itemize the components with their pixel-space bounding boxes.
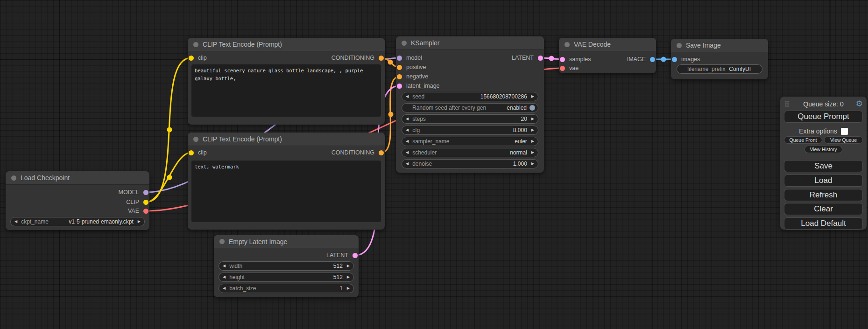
input-images[interactable]: images <box>671 55 700 64</box>
input-samples[interactable]: samples <box>559 55 591 64</box>
latent-port-icon[interactable] <box>560 57 565 62</box>
vae-port-icon[interactable] <box>560 66 565 71</box>
node-ksampler[interactable]: KSampler model positive negative latent_… <box>396 36 544 173</box>
scheduler-widget[interactable]: ◀ scheduler normal ▶ <box>402 148 538 157</box>
widget-prev-icon[interactable]: ◀ <box>223 275 226 279</box>
ckpt-name-widget[interactable]: ◀ ckpt_name v1-5-pruned-emaonly.ckpt ▶ <box>10 217 145 226</box>
output-image[interactable]: IMAGE <box>627 55 656 64</box>
positive-prompt-textarea[interactable]: beautiful scenery nature glass bottle la… <box>191 64 381 117</box>
widget-prev-icon[interactable]: ◀ <box>406 151 409 154</box>
conditioning-port-icon[interactable] <box>379 150 384 155</box>
widget-next-icon[interactable]: ▶ <box>347 287 350 290</box>
output-model[interactable]: MODEL <box>119 188 149 197</box>
refresh-button[interactable]: Refresh <box>784 189 863 201</box>
node-save-image[interactable]: Save Image images filename_prefix ComfyU… <box>671 39 768 79</box>
widget-next-icon[interactable]: ▶ <box>531 128 534 132</box>
input-vae[interactable]: vae <box>559 63 579 73</box>
input-positive[interactable]: positive <box>396 63 426 72</box>
widget-prev-icon[interactable]: ◀ <box>406 95 409 98</box>
node-title-bar[interactable]: VAE Decode <box>559 38 656 51</box>
clip-port-icon[interactable] <box>189 150 194 155</box>
clear-button[interactable]: Clear <box>784 203 863 215</box>
widget-next-icon[interactable]: ▶ <box>531 151 534 154</box>
node-load-checkpoint[interactable]: Load Checkpoint MODEL CLIP VAE ◀ ckpt_na… <box>6 171 149 230</box>
model-port-icon[interactable] <box>397 56 402 61</box>
comfyui-canvas[interactable]: { "canvas": {"background": "#222222", "g… <box>0 0 868 329</box>
widget-next-icon[interactable]: ▶ <box>347 275 350 279</box>
conditioning-port-icon[interactable] <box>397 65 402 70</box>
widget-prev-icon[interactable]: ◀ <box>406 140 409 143</box>
conditioning-port-icon[interactable] <box>379 56 384 61</box>
node-title-bar[interactable]: Save Image <box>671 39 768 52</box>
node-title: VAE Decode <box>574 41 611 48</box>
image-port-icon[interactable] <box>650 57 655 62</box>
sampler-name-widget[interactable]: ◀ sampler_name euler ▶ <box>402 137 538 146</box>
widget-prev-icon[interactable]: ◀ <box>406 117 409 121</box>
widget-prev-icon[interactable]: ◀ <box>223 287 226 290</box>
input-negative[interactable]: negative <box>396 72 428 81</box>
node-vae-decode[interactable]: VAE Decode samples vae IMAGE <box>559 38 656 73</box>
latent-port-icon[interactable] <box>538 56 543 61</box>
settings-gear-icon[interactable]: ⚙ <box>856 99 863 109</box>
widget-next-icon[interactable]: ▶ <box>531 140 534 143</box>
node-title-bar[interactable]: CLIP Text Encode (Prompt) <box>188 133 385 146</box>
output-latent[interactable]: LATENT <box>326 251 359 260</box>
filename-prefix-widget[interactable]: filename_prefix ComfyUI <box>677 64 762 74</box>
input-clip[interactable]: clip <box>188 53 207 63</box>
output-conditioning[interactable]: CONDITIONING <box>332 53 385 63</box>
node-empty-latent-image[interactable]: Empty Latent Image LATENT ◀ width 512 ▶ … <box>214 235 359 297</box>
height-widget[interactable]: ◀ height 512 ▶ <box>219 273 354 282</box>
negative-prompt-textarea[interactable]: text, watermark <box>191 161 381 222</box>
node-title: CLIP Text Encode (Prompt) <box>203 41 282 48</box>
view-queue-button[interactable]: View Queue <box>824 136 863 144</box>
node-clip-text-encode-positive[interactable]: CLIP Text Encode (Prompt) clip CONDITION… <box>188 38 385 125</box>
input-latent-image[interactable]: latent_image <box>396 81 440 91</box>
latent-port-icon[interactable] <box>353 253 358 258</box>
image-port-icon[interactable] <box>672 57 677 62</box>
widget-value: 512 <box>333 274 343 280</box>
model-port-icon[interactable] <box>143 190 148 195</box>
input-clip[interactable]: clip <box>188 148 207 157</box>
widget-next-icon[interactable]: ▶ <box>531 117 534 121</box>
widget-prev-icon[interactable]: ◀ <box>406 128 409 132</box>
widget-prev-icon[interactable]: ◀ <box>223 264 226 268</box>
width-widget[interactable]: ◀ width 512 ▶ <box>219 261 354 271</box>
extra-options-checkbox[interactable] <box>841 128 848 135</box>
seed-widget[interactable]: ◀ seed 156680208700286 ▶ <box>402 92 538 101</box>
cfg-widget[interactable]: ◀ cfg 8.000 ▶ <box>402 126 538 135</box>
widget-next-icon[interactable]: ▶ <box>138 220 141 224</box>
view-history-button[interactable]: View History <box>804 146 842 153</box>
clip-port-icon[interactable] <box>189 56 194 61</box>
node-title-bar[interactable]: KSampler <box>396 36 544 50</box>
widget-prev-icon[interactable]: ◀ <box>406 162 409 166</box>
queue-prompt-button[interactable]: Queue Prompt <box>784 111 863 123</box>
widget-label: width <box>229 263 242 269</box>
widget-prev-icon[interactable]: ◀ <box>14 220 17 224</box>
save-button[interactable]: Save <box>784 160 863 172</box>
output-clip[interactable]: CLIP <box>126 197 149 207</box>
clip-port-icon[interactable] <box>143 200 148 205</box>
widget-next-icon[interactable]: ▶ <box>531 162 534 166</box>
widget-value: 156680208700286 <box>480 93 527 100</box>
node-clip-text-encode-negative[interactable]: CLIP Text Encode (Prompt) clip CONDITION… <box>188 133 385 230</box>
node-title-bar[interactable]: Empty Latent Image <box>214 235 359 248</box>
random-seed-toggle[interactable]: Random seed after every gen enabled <box>402 103 538 112</box>
output-vae[interactable]: VAE <box>128 206 149 216</box>
vae-port-icon[interactable] <box>143 209 148 214</box>
denoise-widget[interactable]: ◀ denoise 1.000 ▶ <box>402 159 538 168</box>
node-title-bar[interactable]: CLIP Text Encode (Prompt) <box>188 38 385 51</box>
latent-port-icon[interactable] <box>397 84 402 89</box>
load-button[interactable]: Load <box>784 175 863 187</box>
node-title-bar[interactable]: Load Checkpoint <box>6 171 149 185</box>
batch-size-widget[interactable]: ◀ batch_size 1 ▶ <box>219 284 354 293</box>
steps-widget[interactable]: ◀ steps 20 ▶ <box>402 114 538 124</box>
queue-front-button[interactable]: Queue Front <box>784 136 822 144</box>
toggle-enabled-icon[interactable] <box>529 105 535 111</box>
conditioning-port-icon[interactable] <box>397 74 402 79</box>
output-conditioning[interactable]: CONDITIONING <box>332 148 385 157</box>
widget-next-icon[interactable]: ▶ <box>347 264 350 268</box>
output-latent[interactable]: LATENT <box>512 53 544 63</box>
input-model[interactable]: model <box>396 53 422 63</box>
load-default-button[interactable]: Load Default <box>784 217 863 230</box>
widget-next-icon[interactable]: ▶ <box>531 95 534 98</box>
